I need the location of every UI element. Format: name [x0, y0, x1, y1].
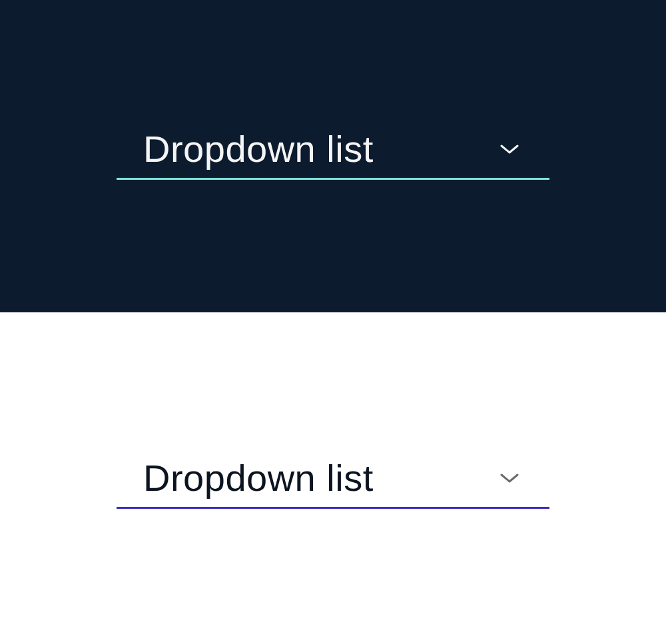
dark-theme-panel: Dropdown list	[0, 0, 666, 312]
chevron-down-icon	[496, 465, 523, 491]
dropdown-dark-label: Dropdown list	[143, 131, 374, 168]
chevron-down-icon	[496, 136, 523, 162]
light-theme-panel: Dropdown list	[0, 312, 666, 644]
dropdown-light-label: Dropdown list	[143, 460, 374, 497]
dropdown-dark[interactable]: Dropdown list	[117, 120, 549, 180]
dropdown-light[interactable]: Dropdown list	[117, 449, 549, 509]
